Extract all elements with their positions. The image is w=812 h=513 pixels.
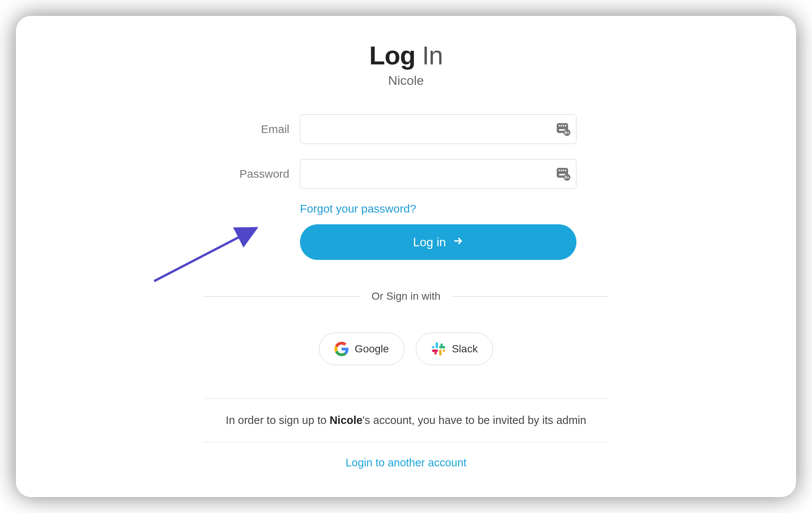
login-card: Log In Nicole Email 9+: [16, 16, 796, 497]
svg-text:9+: 9+: [565, 130, 570, 135]
login-button[interactable]: Log in: [300, 224, 576, 260]
login-form: Email 9+ Password: [236, 114, 576, 260]
another-account-row: Login to another account: [203, 442, 609, 483]
slack-sso-button[interactable]: Slack: [416, 333, 493, 365]
divider-line-left: [203, 296, 360, 297]
title-bold: Log: [369, 41, 415, 70]
password-input[interactable]: [300, 159, 576, 189]
svg-rect-2: [561, 125, 562, 127]
svg-rect-11: [563, 170, 564, 171]
autofill-icon[interactable]: 9+: [557, 122, 570, 136]
google-sso-button[interactable]: Google: [319, 333, 404, 365]
login-button-label: Log in: [413, 235, 446, 249]
invite-account-name: Nicole: [329, 414, 362, 426]
title-light: In: [415, 41, 443, 70]
sso-buttons: Google Slack: [16, 333, 796, 365]
password-row: Password 9+: [236, 159, 576, 189]
forgot-password-row: Forgot your password?: [300, 202, 576, 215]
svg-rect-4: [565, 125, 567, 127]
svg-rect-1: [559, 125, 560, 127]
email-row: Email 9+: [236, 114, 576, 144]
email-input-wrap: 9+: [300, 114, 576, 144]
svg-text:9+: 9+: [565, 175, 570, 180]
google-icon: [334, 342, 349, 356]
forgot-password-link[interactable]: Forgot your password?: [300, 202, 416, 215]
sso-divider: Or Sign in with: [203, 290, 609, 302]
login-another-account-link[interactable]: Login to another account: [345, 457, 466, 469]
account-name-subtitle: Nicole: [16, 73, 796, 88]
divider-line-right: [452, 296, 609, 297]
email-input[interactable]: [300, 114, 576, 144]
svg-rect-10: [561, 170, 562, 171]
svg-rect-9: [559, 170, 560, 171]
svg-rect-12: [565, 170, 567, 171]
invite-notice: In order to sign up to Nicole's account,…: [203, 399, 609, 442]
svg-rect-3: [563, 125, 564, 127]
autofill-icon[interactable]: 9+: [557, 167, 570, 181]
arrow-right-icon: [453, 235, 464, 249]
google-sso-label: Google: [355, 343, 389, 355]
divider-text: Or Sign in with: [372, 290, 440, 302]
email-label: Email: [236, 123, 300, 136]
page-title: Log In: [16, 41, 796, 70]
footer: In order to sign up to Nicole's account,…: [203, 399, 609, 483]
invite-suffix: 's account, you have to be invited by it…: [362, 414, 586, 426]
password-label: Password: [236, 167, 300, 180]
password-input-wrap: 9+: [300, 159, 576, 189]
slack-icon: [431, 342, 446, 356]
invite-prefix: In order to sign up to: [226, 414, 329, 426]
slack-sso-label: Slack: [452, 343, 478, 355]
